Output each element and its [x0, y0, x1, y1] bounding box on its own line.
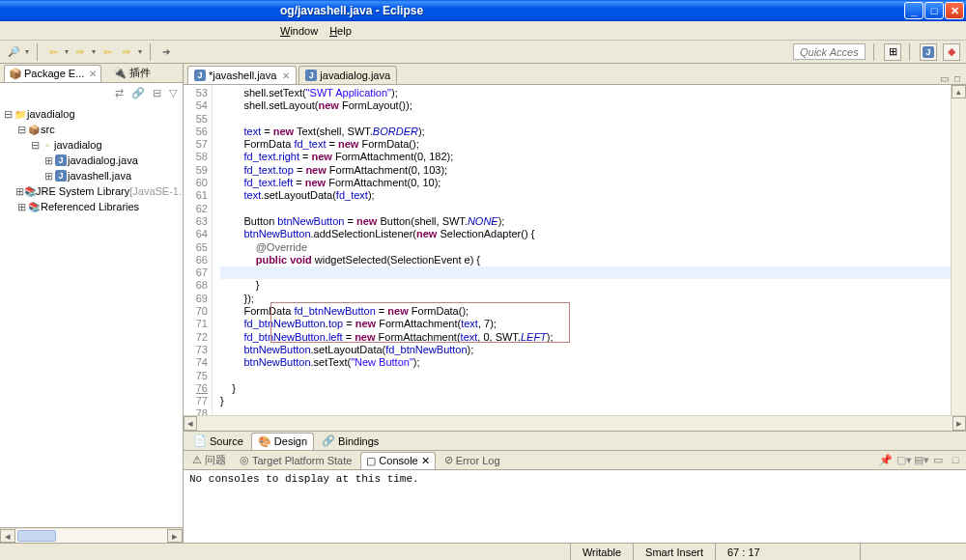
- code-editor[interactable]: 5354555657585960616263646566676869707172…: [184, 85, 966, 415]
- statusbar: Writable Smart Insert 67 : 17: [0, 543, 966, 560]
- editor-subtabs: 📄 Source 🎨 Design 🔗 Bindings: [184, 431, 966, 450]
- quick-access-input[interactable]: [793, 43, 866, 60]
- nav-fwd-icon[interactable]: ⇨: [72, 44, 88, 60]
- maximize-icon[interactable]: □: [954, 73, 960, 84]
- scroll-right-icon[interactable]: ▸: [167, 529, 183, 543]
- open-perspective-button[interactable]: ⊞: [884, 43, 901, 61]
- display-icon[interactable]: ▢▾: [896, 454, 910, 467]
- close-icon[interactable]: ✕: [282, 70, 290, 81]
- package-explorer-panel: 📦 Package E...✕ 🔌 插件 ⇄ 🔗 ⊟ ▽ ⊟📁javadialo…: [0, 64, 184, 543]
- tree-package[interactable]: ⊟▫javadialog: [2, 137, 181, 153]
- tab-console[interactable]: ▢ Console ✕: [360, 452, 435, 469]
- status-cursor: 67 : 17: [715, 544, 860, 560]
- close-icon[interactable]: ✕: [89, 69, 97, 79]
- plugins-tab[interactable]: 🔌 插件: [109, 64, 155, 82]
- status-insert: Smart Insert: [633, 544, 715, 560]
- package-explorer-tab[interactable]: 📦 Package E...✕: [4, 65, 101, 82]
- scroll-left-icon[interactable]: ◂: [184, 416, 197, 431]
- tree-project[interactable]: ⊟📁javadialog: [2, 106, 181, 122]
- minimize-icon[interactable]: ▭: [931, 454, 945, 467]
- project-tree: ⊟📁javadialog ⊟📦src ⊟▫javadialog ⊞Jjavadi…: [0, 102, 183, 527]
- pin-icon[interactable]: 📌: [879, 454, 893, 467]
- panel-toolbar: ⇄ 🔗 ⊟ ▽: [0, 83, 183, 102]
- maximize-icon[interactable]: □: [949, 454, 962, 467]
- current-line: [220, 266, 951, 279]
- tree-file-1[interactable]: ⊞Jjavadialog.java: [2, 153, 181, 168]
- search-icon[interactable]: 🔎: [6, 44, 21, 60]
- console-output: No consoles to display at this time.: [184, 470, 966, 543]
- menu-window[interactable]: WWindowindow: [280, 25, 318, 37]
- link-icon[interactable]: 🔗: [131, 87, 145, 99]
- close-button[interactable]: ✕: [945, 2, 964, 19]
- titlebar: og/javashell.java - Eclipse _ □ ✕: [0, 0, 966, 21]
- tree-src[interactable]: ⊟📦src: [2, 122, 181, 137]
- scroll-up-icon[interactable]: ▴: [952, 85, 966, 98]
- tab-design[interactable]: 🎨 Design: [251, 433, 314, 451]
- minimize-icon[interactable]: ▭: [940, 73, 949, 84]
- open-console-icon[interactable]: ▤▾: [914, 454, 927, 467]
- window-controls: _ □ ✕: [904, 2, 964, 19]
- minimize-button[interactable]: _: [904, 2, 923, 19]
- collapse-icon[interactable]: ⇄: [115, 87, 124, 99]
- close-icon[interactable]: ✕: [421, 455, 430, 467]
- vscrollbar[interactable]: ▴: [951, 85, 966, 415]
- java-perspective-button[interactable]: J: [920, 43, 937, 61]
- console-panel: ⚠ 问题 ◎ Target Platform State ▢ Console ✕…: [184, 450, 966, 543]
- scroll-left-icon[interactable]: ◂: [0, 529, 15, 543]
- line-gutter: 5354555657585960616263646566676869707172…: [184, 85, 213, 415]
- tree-jre[interactable]: ⊞📚JRE System Library [JavaSE-1.: [2, 183, 181, 199]
- nav-back-icon[interactable]: ⇦: [45, 44, 61, 60]
- editor-hscrollbar[interactable]: ◂ ▸: [184, 415, 966, 431]
- menu-icon[interactable]: ▽: [169, 87, 177, 99]
- menu-help[interactable]: HHelpelp: [329, 25, 352, 37]
- menubar: WWindowindow HHelpelp: [0, 21, 966, 41]
- scroll-thumb[interactable]: [17, 530, 56, 542]
- plugin-perspective-button[interactable]: ◆: [943, 43, 960, 61]
- toolbar: 🔎▾ ⇦▾ ⇨▾ ⇦ ⇨▾ ➔ ⊞ J ◆: [0, 41, 966, 64]
- tab-errorlog[interactable]: ⊘ Error Log: [440, 452, 505, 468]
- focus-icon[interactable]: ⊟: [153, 87, 161, 99]
- tab-source[interactable]: 📄 Source: [187, 433, 249, 449]
- tab-bindings[interactable]: 🔗 Bindings: [316, 433, 384, 449]
- tree-file-2[interactable]: ⊞Jjavashell.java: [2, 168, 181, 183]
- tab-target[interactable]: ◎ Target Platform State: [235, 452, 356, 468]
- status-writable: Writable: [570, 544, 633, 560]
- nav-icon-2[interactable]: ⇨: [119, 44, 134, 60]
- tree-reflib[interactable]: ⊞📚Referenced Libraries: [2, 199, 181, 214]
- tab-javadialog[interactable]: Jjavadialog.java: [298, 66, 397, 84]
- window-title: og/javashell.java - Eclipse: [280, 4, 904, 17]
- tab-javashell[interactable]: J*javashell.java✕: [187, 66, 297, 84]
- arrow-icon[interactable]: ➔: [158, 44, 174, 60]
- hscrollbar[interactable]: ◂ ▸: [0, 527, 183, 543]
- tab-problems[interactable]: ⚠ 问题: [187, 451, 231, 469]
- scroll-right-icon[interactable]: ▸: [952, 416, 966, 431]
- code-area[interactable]: shell.setText("SWT Application"); shell.…: [213, 85, 951, 415]
- nav-icon[interactable]: ⇦: [99, 44, 115, 60]
- maximize-button[interactable]: □: [924, 2, 944, 19]
- editor-tabs: J*javashell.java✕ Jjavadialog.java ▭ □: [184, 64, 966, 85]
